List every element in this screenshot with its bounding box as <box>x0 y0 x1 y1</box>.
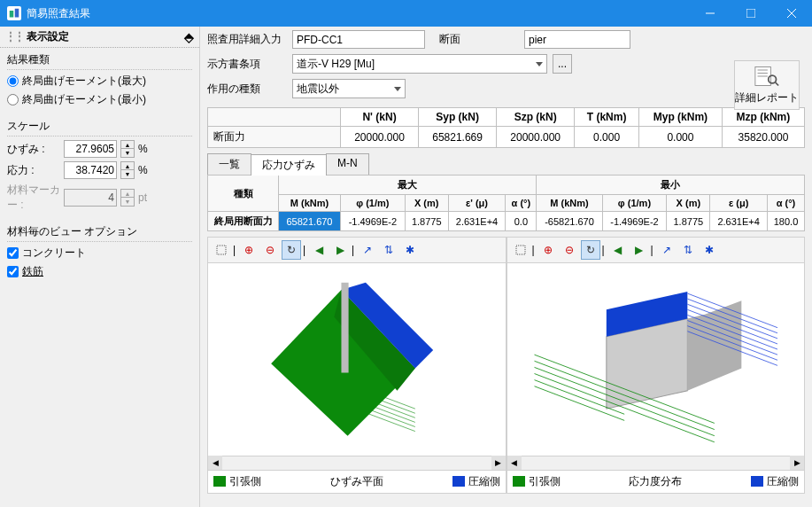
stress-label: 応力 : <box>7 163 60 178</box>
spec-combo[interactable]: 道示-V H29 [Mu] <box>292 54 547 74</box>
strain-spinner[interactable]: ▲▼ <box>120 140 135 158</box>
back-icon[interactable]: ◀ <box>608 240 628 260</box>
pin-icon[interactable]: ⬘ <box>184 30 194 44</box>
svg-rect-12 <box>217 246 226 254</box>
tab-stress-strain[interactable]: 応力ひずみ <box>251 154 327 176</box>
marker-input <box>64 189 117 207</box>
viewer2-hscroll[interactable]: ◀▶ <box>507 456 805 470</box>
zoom-in-icon[interactable]: ⊕ <box>538 240 558 260</box>
stress-dist-canvas[interactable] <box>507 263 805 456</box>
section-label: 断面 <box>439 32 519 47</box>
tab-summary[interactable]: 一覧 <box>207 153 251 175</box>
svg-line-11 <box>776 82 779 86</box>
titlebar: 簡易照査結果 <box>0 0 812 27</box>
strain-plane-canvas[interactable] <box>208 263 506 456</box>
strain-plane-viewer: | ⊕ ⊖ ↻ | ◀ ▶ | ↗ ⇅ ✱ <box>207 237 507 494</box>
axis3-icon[interactable]: ✱ <box>700 240 719 260</box>
close-button[interactable] <box>771 0 812 27</box>
marker-unit: pt <box>138 191 147 204</box>
report-icon <box>754 66 779 87</box>
fit-icon[interactable] <box>212 240 231 260</box>
axis1-icon[interactable]: ↗ <box>358 240 377 260</box>
marker-spinner: ▲▼ <box>120 189 135 207</box>
stress-unit: % <box>138 164 148 176</box>
sidebar-title: ⋮⋮表示設定 ⬘ <box>0 27 199 48</box>
spec-label: 示方書条項 <box>207 57 287 72</box>
result-table: 種類 最大 最小 M (kNm)φ (1/m)X (m)ε' (μ)α (°) … <box>207 175 805 231</box>
stress-dist-viewer: | ⊕ ⊖ ↻ | ◀ ▶ | ↗ ⇅ ✱ <box>507 237 806 494</box>
result-tabs: 一覧 応力ひずみ M-N <box>207 153 805 176</box>
marker-label: 材料マーカー : <box>7 183 60 213</box>
maximize-button[interactable] <box>731 0 771 27</box>
section-field[interactable] <box>524 30 630 49</box>
fit-icon[interactable] <box>511 240 530 260</box>
app-icon <box>7 6 21 20</box>
stress-spinner[interactable]: ▲▼ <box>120 161 135 179</box>
zoom-out-icon[interactable]: ⊖ <box>560 240 579 260</box>
radio-max[interactable] <box>7 75 19 87</box>
check-rebar-label: 鉄筋 <box>22 264 43 279</box>
viewer2-legend: 引張側 応力度分布 圧縮側 <box>507 470 805 493</box>
back-icon[interactable]: ◀ <box>309 240 329 260</box>
zoom-in-icon[interactable]: ⊕ <box>239 240 259 260</box>
forward-icon[interactable]: ▶ <box>630 240 649 260</box>
detailed-report-button[interactable]: 詳細レポート <box>734 60 800 110</box>
svg-rect-0 <box>10 11 14 18</box>
group-view-title: 材料毎のビュー オプション <box>7 222 192 242</box>
strain-label: ひずみ : <box>7 142 60 157</box>
zoom-out-icon[interactable]: ⊖ <box>260 240 280 260</box>
sidebar: ⋮⋮表示設定 ⬘ 結果種類 終局曲げモーメント(最大) 終局曲げモーメント(最小… <box>0 27 200 507</box>
axis2-icon[interactable]: ⇅ <box>379 240 398 260</box>
forward-icon[interactable]: ▶ <box>330 240 350 260</box>
check-concrete-label: コンクリート <box>22 246 86 261</box>
action-combo[interactable]: 地震以外 <box>292 79 406 98</box>
main-panel: 詳細レポート 照査用詳細入力 断面 示方書条項 道示-V H29 [Mu] ..… <box>200 27 812 507</box>
group-result-title: 結果種類 <box>7 51 192 70</box>
strain-input[interactable] <box>64 140 117 158</box>
viewer1-hscroll[interactable]: ◀▶ <box>208 456 506 470</box>
svg-rect-23 <box>516 246 525 254</box>
rotate-icon[interactable]: ↻ <box>581 240 600 260</box>
force-table: N' (kN) Syp (kN) Szp (kN) T (kNm) Myp (k… <box>207 107 805 148</box>
svg-rect-16 <box>341 283 348 373</box>
axis2-icon[interactable]: ⇅ <box>678 240 698 260</box>
tab-mn[interactable]: M-N <box>326 153 369 175</box>
window-title: 簡易照査結果 <box>27 6 690 21</box>
axis3-icon[interactable]: ✱ <box>400 240 420 260</box>
svg-line-43 <box>624 402 715 436</box>
check-concrete[interactable] <box>7 247 19 259</box>
svg-line-44 <box>624 408 715 442</box>
action-label: 作用の種類 <box>207 82 287 97</box>
check-rebar[interactable] <box>7 266 19 277</box>
viewer1-legend: 引張側 ひずみ平面 圧縮側 <box>208 470 506 493</box>
group-scale-title: スケール <box>7 117 192 136</box>
svg-line-42 <box>624 395 715 430</box>
strain-unit: % <box>138 143 148 155</box>
radio-min[interactable] <box>7 94 19 105</box>
stress-input[interactable] <box>64 161 117 179</box>
input-field[interactable] <box>292 30 425 49</box>
radio-min-label: 終局曲げモーメント(最小) <box>22 92 146 107</box>
radio-max-label: 終局曲げモーメント(最大) <box>22 74 146 89</box>
spec-more-button[interactable]: ... <box>553 54 572 74</box>
rotate-icon[interactable]: ↻ <box>282 240 301 260</box>
svg-rect-1 <box>15 9 19 18</box>
viewer1-toolbar: | ⊕ ⊖ ↻ | ◀ ▶ | ↗ ⇅ ✱ <box>208 238 506 263</box>
svg-rect-3 <box>746 9 755 18</box>
axis1-icon[interactable]: ↗ <box>657 240 677 260</box>
minimize-button[interactable] <box>690 0 731 27</box>
viewer2-toolbar: | ⊕ ⊖ ↻ | ◀ ▶ | ↗ ⇅ ✱ <box>507 238 805 263</box>
input-label: 照査用詳細入力 <box>207 32 287 47</box>
